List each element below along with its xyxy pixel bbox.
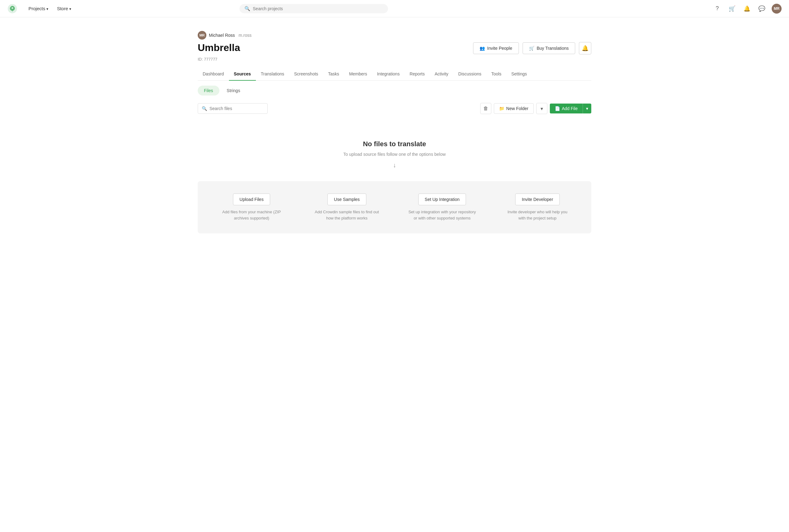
store-icon[interactable]: 🛒 [727,4,737,14]
option-upload: Upload Files Add files from your machine… [218,193,286,221]
invite-developer-desc: Invite developer who will help you with … [503,209,571,221]
use-samples-desc: Add Crowdin sample files to find out how… [313,209,381,221]
nav-store[interactable]: Store [53,4,75,13]
help-icon[interactable]: ? [712,4,722,14]
subtab-strings[interactable]: Strings [221,86,246,96]
project-actions: 👥 Invite People 🛒 Buy Translations 🔔 [473,42,591,54]
upload-files-button[interactable]: Upload Files [233,193,270,205]
cart-icon: 🛒 [529,46,534,51]
project-header: Umbrella 👥 Invite People 🛒 Buy Translati… [198,42,591,54]
tab-tools[interactable]: Tools [487,68,507,81]
main-tabs: Dashboard Sources Translations Screensho… [198,68,591,81]
nav-projects-chevron [47,6,48,11]
new-folder-dropdown[interactable]: ▾ [536,103,547,114]
nav-store-chevron [69,6,71,11]
use-samples-button[interactable]: Use Samples [327,193,366,205]
project-title-group: Umbrella [198,42,240,54]
add-file-icon: 📄 [555,106,560,111]
chevron-down-icon: ▾ [540,106,543,112]
down-arrow-icon: ↓ [393,162,396,169]
search-icon: 🔍 [244,6,250,12]
invite-label: Invite People [487,46,512,51]
user-avatar[interactable]: MR [772,4,782,14]
tab-settings[interactable]: Settings [506,68,532,81]
tab-tasks[interactable]: Tasks [323,68,344,81]
search-files-icon: 🔍 [202,106,207,111]
options-section: Upload Files Add files from your machine… [198,181,591,233]
page-content: MR Michael Ross m.ross Umbrella 👥 Invite… [190,17,599,233]
delete-button[interactable]: 🗑 [480,103,491,114]
global-search-input[interactable] [253,6,383,11]
invite-people-button[interactable]: 👥 Invite People [473,42,519,54]
invite-developer-button[interactable]: Invite Developer [515,193,559,205]
sub-tabs: Files Strings [198,81,591,100]
global-search[interactable]: 🔍 [239,4,388,13]
user-name: Michael Ross [209,33,235,38]
user-avatar-small: MR [198,31,206,40]
tab-discussions[interactable]: Discussions [453,68,487,81]
tab-sources[interactable]: Sources [229,68,256,81]
set-up-integration-button[interactable]: Set Up Integration [418,193,466,205]
add-file-chevron: ▾ [586,106,588,111]
search-files-container[interactable]: 🔍 [198,103,268,114]
empty-state-subtitle: To upload source files follow one of the… [344,152,446,157]
notifications-icon[interactable]: 🔔 [742,4,752,14]
buy-label: Buy Translations [537,46,569,51]
nav-projects[interactable]: Projects [25,4,52,13]
add-file-dropdown-button[interactable]: ▾ [583,103,591,113]
add-file-group: 📄 Add File ▾ [550,103,591,113]
option-samples: Use Samples Add Crowdin sample files to … [313,193,381,221]
nav-projects-label: Projects [29,6,45,11]
user-row: MR Michael Ross m.ross [198,31,591,40]
folder-icon: 📁 [499,106,504,111]
app-logo[interactable] [7,4,17,14]
empty-state-title: No files to translate [363,140,426,148]
add-file-label: Add File [562,106,578,111]
project-notifications-button[interactable]: 🔔 [579,42,591,54]
project-id: ID: 777777 [198,57,591,61]
nav-icon-group: ? 🛒 🔔 💬 MR [712,4,782,14]
add-file-button[interactable]: 📄 Add File [550,103,583,113]
trash-icon: 🗑 [483,106,488,111]
messages-icon[interactable]: 💬 [757,4,767,14]
option-developer: Invite Developer Invite developer who wi… [503,193,571,221]
search-files-input[interactable] [209,106,263,111]
tab-reports[interactable]: Reports [405,68,430,81]
option-integration: Set Up Integration Set up integration wi… [408,193,476,221]
set-up-integration-desc: Set up integration with your repository … [408,209,476,221]
tab-screenshots[interactable]: Screenshots [289,68,323,81]
empty-state: No files to translate To upload source f… [198,121,591,181]
tab-members[interactable]: Members [344,68,372,81]
tab-activity[interactable]: Activity [430,68,453,81]
top-navigation: Projects Store 🔍 ? 🛒 🔔 💬 MR [0,0,789,17]
subtab-files[interactable]: Files [198,86,219,96]
tab-translations[interactable]: Translations [256,68,289,81]
user-handle: m.ross [239,33,252,38]
new-folder-label: New Folder [506,106,529,111]
nav-menu: Projects Store [25,4,75,13]
upload-files-desc: Add files from your machine (ZIP archive… [218,209,286,221]
project-title: Umbrella [198,42,240,54]
tab-integrations[interactable]: Integrations [372,68,404,81]
buy-translations-button[interactable]: 🛒 Buy Translations [522,42,575,54]
new-folder-button[interactable]: 📁 New Folder [494,103,534,114]
files-toolbar: 🔍 🗑 📁 New Folder ▾ 📄 Add File ▾ [198,100,591,121]
bell-icon: 🔔 [582,45,588,52]
invite-icon: 👥 [480,46,485,51]
nav-store-label: Store [57,6,68,11]
tab-dashboard[interactable]: Dashboard [198,68,229,81]
